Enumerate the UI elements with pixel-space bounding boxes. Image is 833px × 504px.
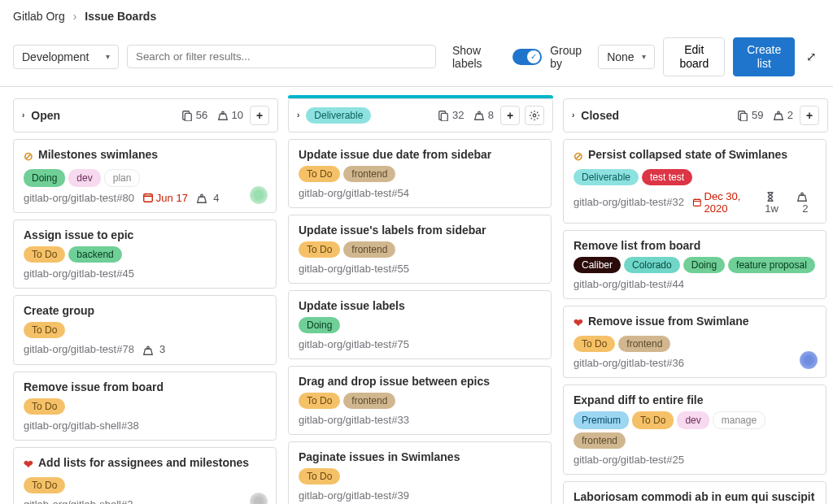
- card-meta: gitlab-org/gitlab-test#80 Jun 17 4: [24, 192, 266, 205]
- card-labels: Doingdevplan: [24, 169, 266, 187]
- issue-card[interactable]: Expand diff to entire file PremiumTo Dod…: [563, 385, 826, 475]
- issue-card[interactable]: Create group To Do gitlab-org/gitlab-tes…: [13, 295, 277, 365]
- add-card-button[interactable]: +: [500, 106, 520, 125]
- label-pill[interactable]: Caliber: [574, 257, 621, 273]
- collapse-icon[interactable]: ›: [297, 111, 299, 119]
- label-pill[interactable]: manage: [713, 411, 765, 429]
- health-icon: ❤: [574, 315, 583, 331]
- assignee-avatar[interactable]: [800, 351, 818, 369]
- label-pill[interactable]: backend: [68, 246, 121, 263]
- label-pill[interactable]: To Do: [24, 246, 65, 263]
- label-pill[interactable]: Deliverable: [306, 107, 371, 124]
- card-labels: Deliverabletest test: [574, 169, 816, 185]
- card-labels: To Do: [24, 322, 266, 338]
- board: › Open 56 10 + ⊘Milestones swimlanes Doi…: [0, 87, 833, 504]
- issue-card[interactable]: ❤Add lists for assignees and milestones …: [13, 447, 277, 504]
- breadcrumb-sep: ›: [73, 10, 77, 23]
- issue-card[interactable]: ❤Remove issue from Swimlane To Dofronten…: [563, 306, 826, 378]
- edit-board-button[interactable]: Edit board: [663, 37, 725, 76]
- card-title: Drag and drop issue between epics: [299, 375, 541, 388]
- issue-card[interactable]: Drag and drop issue between epics To Dof…: [288, 366, 552, 435]
- svg-point-9: [533, 114, 536, 117]
- label-pill[interactable]: To Do: [574, 336, 615, 352]
- card-ref: gitlab-org/gitlab-test#33: [299, 414, 541, 426]
- assignee-avatar[interactable]: [250, 186, 268, 204]
- label-pill[interactable]: Colorado: [624, 257, 680, 273]
- label-pill[interactable]: To Do: [299, 468, 340, 484]
- collapse-icon[interactable]: ›: [22, 111, 24, 119]
- card-ref: gitlab-org/gitlab-test#75: [299, 338, 541, 350]
- card-title: ❤Remove issue from Swimlane: [574, 315, 816, 331]
- label-pill[interactable]: To Do: [299, 166, 340, 182]
- breadcrumb-org[interactable]: Gitlab Org: [13, 10, 65, 23]
- issue-card[interactable]: Remove issue from board To Do gitlab-org…: [13, 371, 277, 441]
- card-title: ⊘Milestones swimlanes: [24, 148, 266, 164]
- label-pill[interactable]: To Do: [299, 393, 340, 409]
- card-ref: gitlab-org/gitlab-test#25: [574, 454, 816, 466]
- label-pill[interactable]: frontend: [343, 241, 395, 258]
- card-title: ❤Add lists for assignees and milestones: [24, 456, 266, 472]
- label-pill[interactable]: To Do: [24, 398, 65, 415]
- label-pill[interactable]: frontend: [343, 393, 395, 409]
- column-header: › Closed 59 2 +: [563, 98, 828, 133]
- issue-card[interactable]: Update issue due date from sidebar To Do…: [288, 139, 552, 208]
- svg-point-5: [147, 346, 150, 349]
- board-dropdown[interactable]: Development ▾: [13, 45, 119, 69]
- card-title: Assign issue to epic: [24, 228, 266, 241]
- column-title: Deliverable: [306, 107, 438, 124]
- show-labels-toggle[interactable]: ✓: [512, 49, 542, 65]
- label-pill[interactable]: To Do: [299, 241, 340, 258]
- issue-card[interactable]: ⊘Milestones swimlanes Doingdevplan gitla…: [13, 139, 277, 214]
- card-ref: gitlab-org/gitlab-test#55: [299, 263, 541, 275]
- label-pill[interactable]: feature proposal: [728, 257, 815, 273]
- label-pill[interactable]: Deliverable: [574, 169, 639, 185]
- collapse-icon[interactable]: ›: [572, 111, 574, 119]
- label-pill[interactable]: Premium: [574, 411, 629, 429]
- confidential-icon: ⊘: [574, 148, 583, 164]
- group-by-dropdown[interactable]: None ▾: [598, 45, 655, 69]
- breadcrumb-page[interactable]: Issue Boards: [85, 10, 156, 23]
- label-pill[interactable]: frontend: [343, 166, 395, 182]
- issue-card[interactable]: Update issue labels Doing gitlab-org/git…: [288, 290, 552, 359]
- label-pill[interactable]: dev: [68, 169, 100, 187]
- label-pill[interactable]: Doing: [299, 317, 340, 333]
- health-icon: ❤: [24, 456, 33, 472]
- confidential-icon: ⊘: [24, 148, 33, 164]
- card-ref: gitlab-org/gitlab-shell#38: [24, 419, 266, 432]
- card-weight: 2: [796, 190, 816, 215]
- label-pill[interactable]: Doing: [683, 257, 725, 273]
- issue-card[interactable]: Update issue's labels from sidebar To Do…: [288, 215, 552, 284]
- issue-card[interactable]: Laboriosam commodi ab in eum qui suscipi…: [563, 481, 826, 504]
- search-input[interactable]: [127, 45, 436, 68]
- card-list: ⊘Milestones swimlanes Doingdevplan gitla…: [13, 139, 278, 504]
- due-date: Jun 17: [142, 192, 188, 204]
- due-date: Dec 30, 2020: [692, 190, 757, 215]
- card-weight: 3: [142, 343, 165, 356]
- issue-card[interactable]: Paginate issues in Swimlanes To Do gitla…: [288, 441, 552, 504]
- issue-card[interactable]: ⊘Persist collapsed state of Swimlanes De…: [563, 139, 826, 224]
- card-ref: gitlab-org/gitlab-test#44: [574, 278, 816, 290]
- add-card-button[interactable]: +: [250, 106, 269, 125]
- column-settings-button[interactable]: [525, 106, 544, 125]
- label-pill[interactable]: To Do: [632, 411, 674, 429]
- column-counts: 56 10: [181, 109, 243, 121]
- add-card-button[interactable]: +: [800, 106, 819, 125]
- label-pill[interactable]: To Do: [24, 322, 65, 338]
- card-ref: gitlab-org/gitlab-test#32: [574, 196, 684, 208]
- card-labels: PremiumTo Dodevmanagefrontend: [574, 411, 816, 449]
- issue-card[interactable]: Remove list from board CaliberColoradoDo…: [563, 230, 826, 299]
- label-pill[interactable]: frontend: [618, 336, 670, 352]
- column-title: Open: [31, 109, 181, 122]
- fullscreen-icon[interactable]: ⤢: [803, 50, 820, 64]
- label-pill[interactable]: dev: [677, 411, 709, 429]
- label-pill[interactable]: To Do: [24, 477, 65, 493]
- label-pill[interactable]: test test: [642, 169, 692, 185]
- card-title: Remove list from board: [574, 239, 816, 252]
- card-meta: gitlab-org/gitlab-test#78 3: [24, 343, 266, 356]
- create-list-button[interactable]: Create list: [733, 37, 795, 76]
- issue-card[interactable]: Assign issue to epic To Dobackend gitlab…: [13, 219, 277, 289]
- label-pill[interactable]: plan: [104, 169, 141, 187]
- label-pill[interactable]: Doing: [24, 169, 65, 187]
- assignee-avatar[interactable]: [250, 493, 268, 504]
- label-pill[interactable]: frontend: [574, 432, 626, 449]
